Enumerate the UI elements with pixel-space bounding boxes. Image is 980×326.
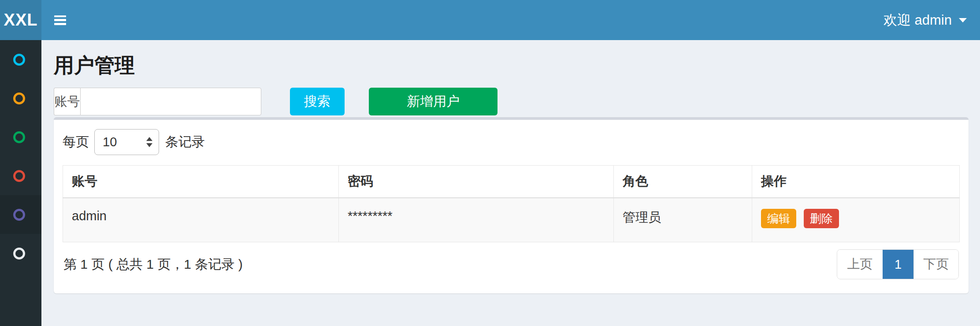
sidebar-item-1[interactable] <box>0 40 41 79</box>
circle-o-icon <box>13 248 25 259</box>
sidebar-toggle-icon[interactable] <box>54 15 66 25</box>
col-header-role: 角色 <box>614 166 752 198</box>
pagination-info: 第 1 页 ( 总共 1 页，1 条记录 ) <box>63 256 243 274</box>
search-toolbar: 账号 搜索 新增用户 <box>54 88 969 115</box>
user-menu[interactable]: 欢迎 admin <box>883 11 967 30</box>
users-table: 账号 密码 角色 操作 admin ********* 管理员 编辑 删除 <box>63 165 960 242</box>
search-button[interactable]: 搜索 <box>290 88 345 115</box>
welcome-label: 欢迎 admin <box>883 11 952 30</box>
circle-o-icon <box>13 131 25 143</box>
sidebar-item-5-users[interactable] <box>0 195 41 234</box>
app-logo[interactable]: XXL <box>0 0 41 40</box>
circle-o-icon <box>13 209 25 221</box>
circle-o-icon <box>13 93 25 104</box>
page-length-suffix-label: 条记录 <box>165 133 205 151</box>
col-header-password: 密码 <box>339 166 614 198</box>
chevron-down-icon <box>959 18 967 22</box>
user-table-panel: 每页 10 条记录 账号 密码 角色 操作 admin <box>54 117 969 293</box>
sidebar-item-6[interactable] <box>0 234 41 273</box>
username-filter-group: 账号 <box>54 88 261 115</box>
add-user-button[interactable]: 新增用户 <box>369 88 497 115</box>
top-navbar: XXL 欢迎 admin <box>0 0 980 40</box>
sidebar-item-3[interactable] <box>0 118 41 156</box>
page-size-value: 10 <box>103 135 146 149</box>
edit-button[interactable]: 编辑 <box>761 209 796 228</box>
table-row: admin ********* 管理员 编辑 删除 <box>63 198 960 242</box>
prev-page-button[interactable]: 上页 <box>837 250 883 279</box>
page-size-select[interactable]: 10 <box>94 129 159 155</box>
pagination: 上页 1 下页 <box>837 249 959 279</box>
username-filter-input[interactable] <box>80 88 261 115</box>
next-page-button[interactable]: 下页 <box>913 250 958 279</box>
cell-actions: 编辑 删除 <box>752 198 960 242</box>
cell-username: admin <box>63 198 339 242</box>
col-header-actions: 操作 <box>752 166 960 198</box>
table-footer: 第 1 页 ( 总共 1 页，1 条记录 ) 上页 1 下页 <box>63 249 960 279</box>
sidebar <box>0 40 41 326</box>
page-length-control: 每页 10 条记录 <box>63 129 960 155</box>
col-header-username: 账号 <box>63 166 339 198</box>
circle-o-icon <box>13 170 25 182</box>
page-title: 用户管理 <box>54 53 969 77</box>
sidebar-item-4[interactable] <box>0 156 41 195</box>
delete-button[interactable]: 删除 <box>804 209 839 228</box>
sidebar-item-2[interactable] <box>0 79 41 118</box>
circle-o-icon <box>13 54 25 66</box>
cell-password: ********* <box>339 198 614 242</box>
table-header-row: 账号 密码 角色 操作 <box>63 166 960 198</box>
main-content: 用户管理 账号 搜索 新增用户 每页 10 条记录 账号 密码 <box>41 40 980 326</box>
username-filter-label: 账号 <box>54 88 80 115</box>
select-arrows-icon <box>146 137 152 147</box>
current-page-button[interactable]: 1 <box>883 250 913 279</box>
cell-role: 管理员 <box>614 198 752 242</box>
page-length-prefix-label: 每页 <box>63 133 89 151</box>
